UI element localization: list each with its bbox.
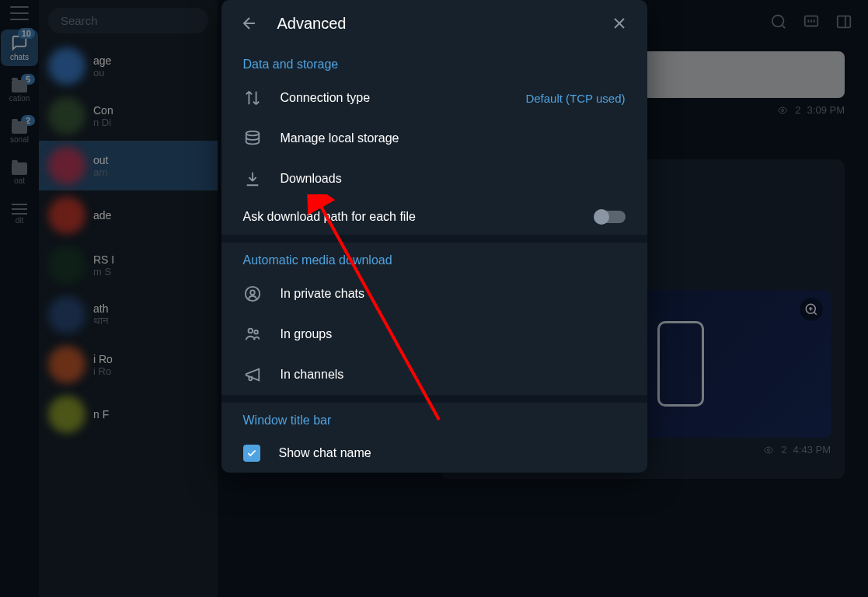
row-connection-type[interactable]: Connection type Default (TCP used): [221, 78, 647, 118]
section-data-storage: Data and storage: [221, 47, 647, 78]
back-button[interactable]: [240, 14, 259, 33]
row-show-chat-name[interactable]: Show chat name: [221, 434, 647, 473]
svg-point-20: [248, 329, 253, 333]
toggle-ask-path[interactable]: [594, 211, 626, 223]
row-groups[interactable]: In groups: [221, 314, 647, 354]
svg-point-17: [246, 131, 259, 136]
checkbox-show-chat[interactable]: [243, 445, 260, 462]
close-button[interactable]: [610, 14, 629, 33]
user-icon: [243, 285, 262, 303]
row-private-chats[interactable]: In private chats: [221, 274, 647, 314]
section-window-title: Window title bar: [221, 403, 647, 434]
row-ask-download-path[interactable]: Ask download path for each file: [221, 199, 647, 235]
group-icon: [243, 325, 262, 344]
row-downloads[interactable]: Downloads: [221, 159, 647, 199]
svg-point-21: [254, 330, 258, 334]
svg-point-19: [250, 290, 255, 295]
settings-modal: Advanced Data and storage Connection typ…: [221, 0, 647, 473]
modal-title: Advanced: [277, 15, 591, 33]
row-manage-storage[interactable]: Manage local storage: [221, 118, 647, 159]
database-icon: [243, 129, 262, 148]
megaphone-icon: [243, 365, 262, 384]
section-auto-media: Automatic media download: [221, 243, 647, 274]
row-channels[interactable]: In channels: [221, 354, 647, 395]
download-icon: [243, 169, 262, 188]
modal-overlay: Advanced Data and storage Connection typ…: [0, 0, 868, 597]
updown-icon: [243, 89, 262, 107]
